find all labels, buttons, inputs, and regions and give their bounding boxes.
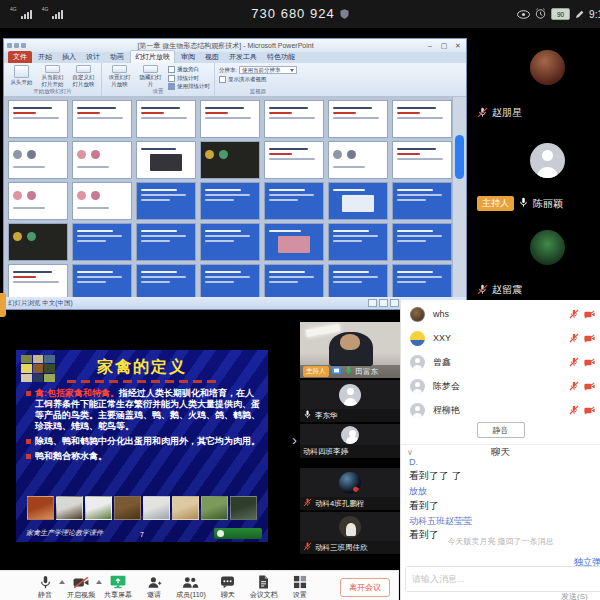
eye-protection-icon [517,5,530,23]
slide-thumbnail[interactable] [8,264,68,297]
slide-thumbnail[interactable] [328,100,388,138]
slide-thumbnail[interactable] [136,264,196,297]
slide-thumbnail[interactable] [8,100,68,138]
slide-thumbnail[interactable] [328,141,388,179]
toolbar-mic-button[interactable]: 静音 [32,575,58,600]
slide-thumbnail[interactable] [72,182,132,220]
checkbox-rehearse-timing[interactable]: 排练计时 [168,75,210,82]
close-icon[interactable]: ✕ [453,42,463,50]
toolbar-members-button[interactable]: 成员(110) [176,575,206,600]
ppt-file-tab[interactable]: 文件 [8,51,32,63]
ppt-tab[interactable]: 插入 [58,51,80,63]
ribbon-button-custom-show[interactable]: 自定义幻灯片放映 [70,65,97,87]
toolbar-share-screen-button[interactable]: 共享屏幕 [104,575,132,600]
ppt-tab[interactable]: 审阅 [177,51,199,63]
slide-thumbnail[interactable] [8,182,68,220]
member-row[interactable]: whs [401,302,600,326]
ppt-tab[interactable]: 设计 [82,51,104,63]
video-tile[interactable]: 动科四班李婷 [300,424,400,458]
slide-thumbnail[interactable] [72,100,132,138]
ppt-tab[interactable]: 视图 [201,51,223,63]
slide-thumbnail[interactable] [136,182,196,220]
participant-avatar[interactable] [530,143,565,178]
checkbox-play-narration[interactable]: 播放旁白 [168,66,210,73]
participant-avatar[interactable] [530,50,565,85]
slide-thumbnail[interactable] [264,264,324,297]
slide-thumbnail[interactable] [200,182,260,220]
slide-thumbnail[interactable] [136,141,196,179]
slide-thumbnail[interactable] [264,100,324,138]
caret-up-icon[interactable] [96,580,102,584]
slide-thumbnail[interactable] [72,141,132,179]
tile-name: 李东华 [315,411,338,421]
member-row[interactable]: 陈梦会 [401,374,600,398]
slide-thumbnail[interactable] [392,264,452,297]
ppt-tab[interactable]: 幻灯片放映 [130,50,175,63]
member-row[interactable]: 程柳艳 [401,398,600,422]
video-tile[interactable]: 主持人田富东 [300,322,400,378]
mic-muted-icon [303,542,312,553]
ribbon-group-start-show: 从头开始 从当前幻灯片开始 自定义幻灯片放映 开始放映幻灯片 [4,63,102,96]
toolbar-docs-button[interactable]: 会议文档 [250,575,278,600]
caret-up-icon[interactable] [59,580,65,584]
chevron-right-icon[interactable]: › [292,432,297,447]
video-tile[interactable]: 动科三班周佳欣 [300,512,400,554]
view-normal-icon[interactable] [368,299,377,307]
slide-thumbnail[interactable] [264,223,324,261]
slide-thumbnail[interactable] [264,141,324,179]
ribbon-button-from-current[interactable]: 从当前幻灯片开始 [39,65,66,87]
camera-muted-icon [584,310,595,319]
ppt-tab[interactable]: 开始 [34,51,56,63]
slide-thumbnail[interactable] [200,100,260,138]
view-sorter-icon[interactable] [379,299,388,307]
toolbar-invite-button[interactable]: 邀请 [141,575,167,600]
chat-input[interactable] [406,567,600,591]
slide-thumbnail[interactable] [200,223,260,261]
toolbar-chat-button[interactable]: 聊天 [215,575,241,600]
toolbar-camera-off-button[interactable]: 开启视频 [67,575,95,600]
scrollbar-thumb[interactable] [455,135,464,179]
mute-button[interactable]: 静音 [477,422,525,438]
member-row[interactable]: XXY [401,326,600,350]
member-row[interactable]: 曾鑫 [401,350,600,374]
ribbon-button-setup-show[interactable]: 设置幻灯片放映 [106,65,133,87]
slide-thumbnail[interactable] [392,100,452,138]
slide-thumbnail[interactable] [200,264,260,297]
sorter-scrollbar[interactable] [452,97,466,297]
slide-thumbnail[interactable] [200,141,260,179]
slide-thumbnail[interactable] [8,141,68,179]
chevron-down-icon[interactable]: ∨ [407,448,413,457]
slide-thumbnail[interactable] [328,264,388,297]
leave-meeting-button[interactable]: 离开会议 [340,578,390,597]
play-icon [45,65,60,73]
slide-thumbnail[interactable] [328,182,388,220]
ppt-tab[interactable]: 动画 [106,51,128,63]
slide-thumbnail[interactable] [72,223,132,261]
resolution-dropdown[interactable]: 使用当前分辨率 [239,66,297,74]
slide-thumbnail[interactable] [392,141,452,179]
video-tile[interactable]: 李东华 [300,380,400,422]
slide-thumbnail[interactable] [264,182,324,220]
slide-thumbnail[interactable] [136,223,196,261]
ribbon-button-hide-slide[interactable]: 隐藏幻灯片 [137,65,164,87]
participant-name: 陈丽颖 [533,197,563,211]
send-button[interactable]: 发送(S) [561,591,588,600]
minimize-icon[interactable]: – [425,42,435,50]
video-tile[interactable]: 动科4班孔鹏程 [300,468,400,510]
maximize-icon[interactable]: ▢ [439,42,449,50]
slide-thumbnail[interactable] [328,223,388,261]
quick-access-toolbar[interactable] [7,43,26,48]
checkbox-presenter-view[interactable]: 显示演示者视图 [219,76,297,83]
slide-thumbnail[interactable] [392,223,452,261]
ribbon-button-from-beginning[interactable]: 从头开始 [8,65,35,87]
toolbar-settings-button[interactable]: 设置 [287,575,313,600]
view-show-icon[interactable] [390,299,399,307]
ppt-tab[interactable]: 特色功能 [263,51,299,63]
ppt-tab[interactable]: 开发工具 [225,51,261,63]
participant-avatar[interactable] [530,230,565,265]
slide-thumbnail[interactable] [72,264,132,297]
edge-handle[interactable] [0,293,6,317]
slide-thumbnail[interactable] [8,223,68,261]
slide-thumbnail[interactable] [136,100,196,138]
slide-thumbnail[interactable] [392,182,452,220]
